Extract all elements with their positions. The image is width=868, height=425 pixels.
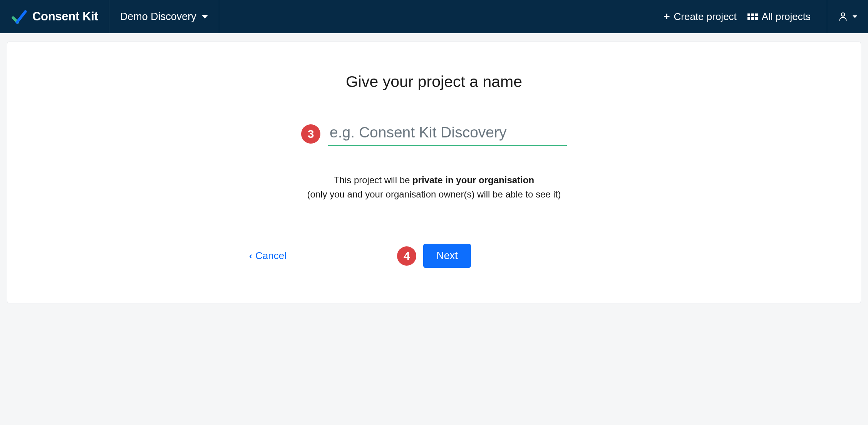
- user-menu-section: [827, 0, 868, 33]
- helper-line2: (only you and your organisation owner(s)…: [307, 189, 561, 199]
- name-input-row: 3: [23, 122, 845, 146]
- brand-name: Consent Kit: [32, 10, 98, 23]
- plus-icon: +: [664, 11, 670, 22]
- helper-line1-bold: private in your organisation: [412, 175, 534, 185]
- create-project-button[interactable]: + Create project: [658, 11, 742, 23]
- navbar: Consent Kit Demo Discovery + Create proj…: [0, 0, 868, 33]
- nav-actions: + Create project All projects: [647, 0, 827, 33]
- privacy-helper-text: This project will be private in your org…: [23, 173, 845, 201]
- cancel-label: Cancel: [255, 250, 287, 262]
- helper-line1-pre: This project will be: [334, 175, 412, 185]
- caret-down-icon: [202, 15, 208, 18]
- main-card: Give your project a name 3 This project …: [7, 42, 861, 303]
- all-projects-link[interactable]: All projects: [742, 11, 816, 23]
- project-dropdown-label: Demo Discovery: [120, 11, 196, 23]
- brand-section: Consent Kit: [0, 0, 109, 33]
- page-title: Give your project a name: [23, 73, 845, 91]
- create-project-label: Create project: [674, 11, 737, 23]
- chevron-left-icon: ‹: [249, 251, 252, 261]
- step-badge-3: 3: [301, 124, 320, 144]
- logo-mark-icon: [11, 8, 27, 25]
- user-icon: [838, 12, 848, 22]
- grid-icon: [747, 13, 758, 20]
- step-badge-4: 4: [397, 246, 416, 266]
- project-name-input[interactable]: [328, 122, 567, 146]
- svg-point-0: [841, 13, 845, 16]
- next-button[interactable]: Next: [423, 244, 471, 268]
- logo[interactable]: Consent Kit: [11, 8, 98, 25]
- cancel-button[interactable]: ‹ Cancel: [249, 250, 287, 262]
- user-menu[interactable]: [838, 12, 857, 22]
- action-row: ‹ Cancel 4 Next: [249, 244, 619, 268]
- all-projects-label: All projects: [762, 11, 811, 23]
- project-dropdown[interactable]: Demo Discovery: [109, 0, 219, 33]
- caret-down-icon: [853, 15, 857, 18]
